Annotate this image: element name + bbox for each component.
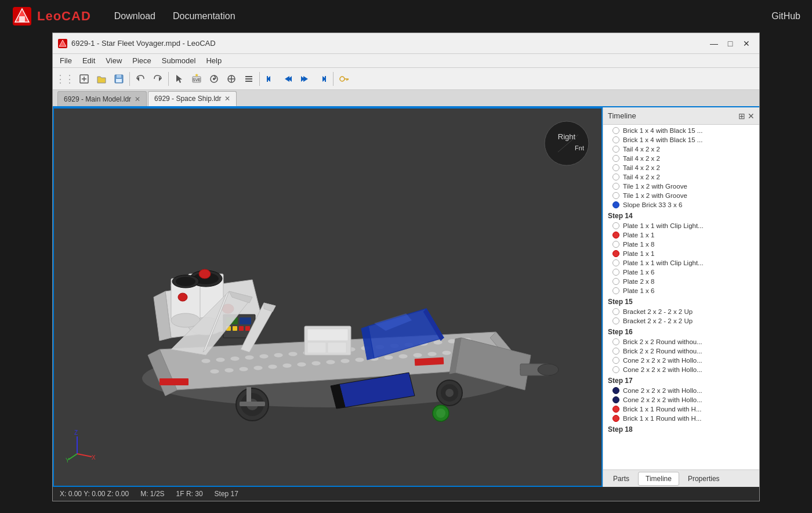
menu-help[interactable]: Help <box>201 55 226 66</box>
tab-1[interactable]: 6929 - Space Ship.ldr ✕ <box>148 91 237 106</box>
menu-bar: File Edit View Piece Submodel Help <box>53 54 759 68</box>
logo-text: LeoCAD <box>37 9 91 24</box>
timeline-item-text: Tail 4 x 2 x 2 <box>623 174 660 180</box>
timeline-item[interactable]: Plate 1 x 1 with Clip Light... <box>603 258 759 268</box>
timeline-item[interactable]: Tail 4 x 2 x 2 <box>603 144 759 154</box>
menu-file[interactable]: File <box>55 55 77 66</box>
toolbar-prev-frame[interactable] <box>280 71 296 87</box>
timeline-item[interactable]: Tile 1 x 2 with Groove <box>603 182 759 191</box>
timeline-list[interactable]: Brick 1 x 4 with Black 15 ...Brick 1 x 4… <box>603 125 759 469</box>
tab-properties[interactable]: Properties <box>680 472 727 486</box>
menu-piece[interactable]: Piece <box>128 55 156 66</box>
menu-view[interactable]: View <box>101 55 126 66</box>
timeline-item-dot <box>612 174 619 180</box>
timeline-item[interactable]: Plate 1 x 1 <box>603 230 759 240</box>
svg-point-63 <box>253 366 263 370</box>
timeline-expand-btn[interactable]: ⊞ <box>738 111 745 121</box>
tab-parts[interactable]: Parts <box>606 472 637 486</box>
tab-0-label: 6929 - Main Model.ldr <box>64 95 131 103</box>
minimize-button[interactable]: — <box>706 35 722 52</box>
toolbar-open[interactable] <box>93 71 110 87</box>
svg-rect-78 <box>160 378 188 385</box>
svg-point-46 <box>274 353 283 357</box>
timeline-item[interactable]: Plate 1 x 6 <box>603 268 759 277</box>
timeline-item[interactable]: Tail 4 x 2 x 2 <box>603 163 759 172</box>
timeline-item[interactable]: Plate 1 x 1 with Clip Light... <box>603 221 759 230</box>
timeline-item[interactable]: Brick 1 x 4 with Black 15 ... <box>603 135 759 144</box>
timeline-item-dot <box>612 155 619 162</box>
timeline-item[interactable]: Plate 2 x 8 <box>603 277 759 286</box>
toolbar-last-frame[interactable] <box>314 71 331 87</box>
tab-1-close[interactable]: ✕ <box>224 95 230 102</box>
menu-submodel[interactable]: Submodel <box>157 55 201 66</box>
timeline-item[interactable]: Cone 2 x 2 x 2 with Hollo... <box>603 356 759 365</box>
menu-edit[interactable]: Edit <box>78 55 100 66</box>
timeline-item[interactable]: Cone 2 x 2 x 2 with Hollo... <box>603 395 759 404</box>
status-rotation: 1F R: 30 <box>176 490 203 498</box>
timeline-item-text: Brick 1 x 4 with Black 15 ... <box>623 136 702 143</box>
toolbar-zoom[interactable] <box>241 71 257 87</box>
status-step: Step 17 <box>215 490 238 498</box>
toolbar-save[interactable] <box>111 71 127 87</box>
timeline-item-dot <box>612 164 619 171</box>
timeline-item-dot <box>612 183 619 190</box>
toolbar-first-frame[interactable] <box>262 71 278 87</box>
nav-github[interactable]: GitHub <box>771 11 800 21</box>
svg-text:Fnt: Fnt <box>575 144 584 151</box>
svg-point-91 <box>176 277 195 286</box>
toolbar-undo[interactable] <box>132 71 148 87</box>
timeline-item-text: Plate 2 x 8 <box>623 278 654 285</box>
svg-point-18 <box>213 78 215 80</box>
timeline-item[interactable]: Tile 1 x 2 with Groove <box>603 191 759 200</box>
viewport[interactable]: Right Fnt Z Y <box>53 107 603 487</box>
timeline-item-dot <box>612 387 619 394</box>
svg-point-94 <box>178 293 187 301</box>
status-coords: X: 0.00 Y: 0.00 Z: 0.00 <box>60 490 129 498</box>
toolbar-separator-4 <box>333 72 334 86</box>
svg-rect-9 <box>117 75 121 78</box>
timeline-item-dot <box>612 396 619 403</box>
timeline-item[interactable]: Brick 1 x 1 Round with H... <box>603 414 759 423</box>
timeline-item-dot <box>612 222 619 229</box>
close-button[interactable]: ✕ <box>738 35 755 52</box>
toolbar-special[interactable]: SVE <box>188 71 205 87</box>
svg-point-68 <box>326 360 335 364</box>
timeline-item[interactable]: Bracket 2 x 2 - 2 x 2 Up <box>603 316 759 326</box>
toolbar-select[interactable] <box>171 71 187 87</box>
maximize-button[interactable]: □ <box>722 35 738 52</box>
toolbar-redo[interactable] <box>150 71 166 87</box>
timeline-item[interactable]: Tail 4 x 2 x 2 <box>603 172 759 182</box>
toolbar-pan[interactable] <box>223 71 240 87</box>
timeline-item[interactable]: Tail 4 x 2 x 2 <box>603 154 759 163</box>
axis-indicator: Z Y X <box>66 428 100 463</box>
timeline-item[interactable]: Slope Brick 33 3 x 6 <box>603 200 759 209</box>
toolbar-rotate[interactable] <box>206 71 222 87</box>
toolbar-next-frame[interactable] <box>297 71 313 87</box>
tab-timeline[interactable]: Timeline <box>638 472 679 486</box>
toolbar-key[interactable] <box>336 71 352 87</box>
timeline-item[interactable]: Plate 1 x 6 <box>603 286 759 295</box>
timeline-item-dot <box>612 136 619 143</box>
timeline-item[interactable]: Plate 1 x 8 <box>603 240 759 249</box>
timeline-item[interactable]: Brick 2 x 2 Round withou... <box>603 337 759 346</box>
timeline-item[interactable]: Plate 1 x 1 <box>603 249 759 258</box>
svg-rect-120 <box>240 402 265 406</box>
timeline-item[interactable]: Brick 1 x 4 with Black 15 ... <box>603 126 759 135</box>
timeline-close-btn[interactable]: ✕ <box>748 111 755 121</box>
timeline-item[interactable]: Brick 2 x 2 Round withou... <box>603 346 759 356</box>
timeline-item-dot <box>612 366 619 373</box>
timeline-item-dot <box>612 338 619 345</box>
timeline-item[interactable]: Cone 2 x 2 x 2 with Hollo... <box>603 365 759 374</box>
timeline-item[interactable]: Brick 1 x 1 Round with H... <box>603 404 759 414</box>
svg-point-45 <box>259 354 269 359</box>
timeline-item-text: Tail 4 x 2 x 2 <box>623 164 660 171</box>
timeline-item-dot <box>612 201 619 208</box>
tab-0[interactable]: 6929 - Main Model.ldr ✕ <box>57 91 147 106</box>
toolbar-new[interactable] <box>76 71 92 87</box>
timeline-item[interactable]: Cone 2 x 2 x 2 with Hollo... <box>603 386 759 395</box>
tab-1-label: 6929 - Space Ship.ldr <box>154 95 221 103</box>
nav-download[interactable]: Download <box>114 11 155 21</box>
timeline-item[interactable]: Bracket 2 x 2 - 2 x 2 Up <box>603 307 759 316</box>
nav-documentation[interactable]: Documentation <box>173 11 235 21</box>
tab-0-close[interactable]: ✕ <box>135 96 140 103</box>
